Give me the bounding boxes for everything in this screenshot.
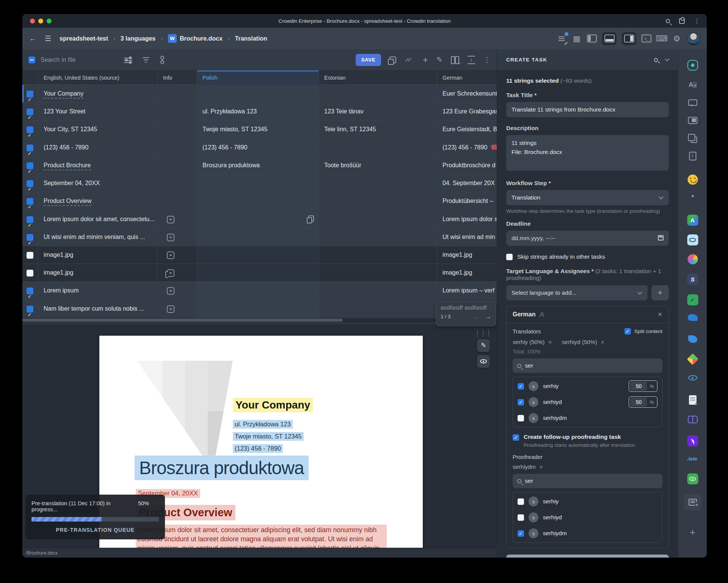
cell-source[interactable]: Lorem ipsum dolor sit amet, consectetu..… xyxy=(38,211,158,228)
cell-estonian[interactable] xyxy=(319,264,437,282)
row-checkbox[interactable] xyxy=(27,288,33,294)
add-string-icon[interactable]: + xyxy=(423,55,428,65)
cell-polish[interactable] xyxy=(197,228,319,246)
preview-company-name[interactable]: Your Company xyxy=(233,398,313,412)
table-row[interactable]: (123) 456 - 7890 (123) 456 - 7890 (123) … xyxy=(22,139,497,157)
preview-app-icon[interactable] xyxy=(687,234,698,245)
preview-visibility-icon[interactable] xyxy=(477,355,490,368)
context-images-stack-icon[interactable]: ★ xyxy=(167,269,174,277)
cell-source[interactable]: Ut wisi enim ad minim veniam, quis ... xyxy=(38,228,158,246)
share-input[interactable] xyxy=(630,398,647,407)
followup-checkbox[interactable] xyxy=(513,434,519,441)
table-row[interactable]: 123 Your Street ul. Przykładowa 123 123 … xyxy=(22,103,497,121)
table-row[interactable]: Lorem ipsum ★ Lorem ipsum – verf xyxy=(22,282,497,300)
row-checkbox[interactable] xyxy=(27,108,33,115)
grid-view-icon[interactable]: ▦ xyxy=(572,35,582,43)
keyboard-shortcuts-icon[interactable]: ⌨ xyxy=(657,35,667,43)
cell-source[interactable]: September 04, 20XX xyxy=(38,174,158,192)
cell-source[interactable]: Product Brochure xyxy=(38,157,158,174)
add-column-icon[interactable]: + xyxy=(451,56,459,64)
proofreader-search-input[interactable] xyxy=(525,478,658,484)
document-add-app-icon[interactable] xyxy=(689,395,697,405)
table-row[interactable]: Product Brochure Broszura produktowa Too… xyxy=(22,157,497,174)
cell-german[interactable]: Produktbroschüre d xyxy=(437,157,497,174)
cell-polish[interactable] xyxy=(197,282,319,300)
pin-panel-icon[interactable] xyxy=(653,57,659,62)
context-image-icon[interactable]: ★ xyxy=(167,251,174,259)
table-row[interactable]: Lorem ipsum dolor sit amet, consectetu..… xyxy=(22,211,497,228)
breadcrumb-project[interactable]: spreadsheet-test xyxy=(60,35,108,42)
cell-polish[interactable] xyxy=(197,264,319,282)
remove-chip-icon[interactable]: ✕ xyxy=(601,339,605,345)
split-content-checkbox[interactable] xyxy=(624,328,631,335)
cell-estonian[interactable] xyxy=(319,174,437,192)
breadcrumb-file[interactable]: Brochure.docx xyxy=(180,35,223,42)
table-row[interactable]: image1.jpg ★ image1.jpg xyxy=(22,246,497,264)
row-checkbox[interactable] xyxy=(27,270,33,277)
file-info-icon[interactable]: i xyxy=(689,152,696,160)
sort-order-icon[interactable] xyxy=(160,56,163,64)
zoom-window-button[interactable] xyxy=(47,19,52,24)
table-row[interactable]: Product Overview Produktübersicht – xyxy=(22,192,497,210)
create-task-button[interactable]: Create Task xyxy=(506,555,669,558)
iate-app-icon[interactable]: ⁄iate xyxy=(688,456,697,462)
translator-option[interactable]: s serhiydm xyxy=(518,410,657,426)
cell-estonian[interactable] xyxy=(319,282,437,300)
cell-estonian[interactable]: 123 Teie tänav xyxy=(319,103,437,121)
option-checkbox[interactable] xyxy=(518,514,524,521)
proofreader-option[interactable]: s serhiyd xyxy=(518,509,657,525)
cell-german[interactable]: image1.jpg xyxy=(437,246,497,264)
cell-source[interactable]: image1.jpg xyxy=(38,246,158,264)
column-header-german[interactable]: German xyxy=(437,71,497,85)
row-checkbox[interactable] xyxy=(27,126,33,133)
description-textarea[interactable]: 11 strings File: Brochure.docx xyxy=(506,135,669,171)
option-checkbox[interactable] xyxy=(518,530,524,537)
s-badge-app-icon[interactable]: S xyxy=(687,274,698,285)
collapse-panel-icon[interactable] xyxy=(665,57,670,61)
cell-polish[interactable]: ul. Przykładowa 123 xyxy=(197,103,319,121)
row-checkbox[interactable] xyxy=(27,234,33,241)
browser-search-icon[interactable] xyxy=(666,19,670,23)
cell-german[interactable]: 04. September 20X xyxy=(437,174,497,192)
option-checkbox[interactable] xyxy=(518,399,524,405)
context-image-icon[interactable]: ★ xyxy=(167,287,174,295)
add-language-button[interactable]: + xyxy=(651,285,669,300)
cube-app-icon[interactable] xyxy=(689,355,697,363)
row-checkbox[interactable] xyxy=(27,216,33,223)
option-checkbox[interactable] xyxy=(518,498,524,505)
cell-source[interactable]: Your Company xyxy=(38,85,158,103)
cell-estonian[interactable] xyxy=(319,139,437,157)
column-header-info[interactable]: Info xyxy=(158,71,197,85)
cell-german[interactable]: image1.jpg xyxy=(437,264,497,282)
preview-edit-icon[interactable]: ✎ xyxy=(477,339,490,352)
cell-german[interactable]: Lorem ipsum – verf xyxy=(437,282,497,300)
article-icon[interactable] xyxy=(688,117,697,124)
eye-outline-app-icon[interactable] xyxy=(688,375,697,380)
row-checkbox[interactable] xyxy=(27,252,33,259)
proofreader-option[interactable]: s serhiydm xyxy=(518,525,657,541)
duplicates-icon[interactable] xyxy=(688,134,697,143)
cell-estonian[interactable]: Teie linn, ST 12345 xyxy=(319,121,437,138)
cell-source[interactable]: Your City, ST 12345 xyxy=(38,121,158,138)
preview-body-text[interactable]: Lorem ipsum dolor sit amet, consectetuer… xyxy=(136,525,387,548)
skip-strings-checkbox[interactable] xyxy=(506,254,513,260)
row-checkbox[interactable] xyxy=(27,306,33,313)
row-checkbox[interactable] xyxy=(27,145,33,151)
cell-estonian[interactable] xyxy=(319,246,437,264)
cell-estonian[interactable] xyxy=(319,211,437,228)
preview-document-title[interactable]: Broszura produktowa xyxy=(135,456,309,480)
cell-source[interactable]: 123 Your Street xyxy=(38,103,158,121)
pretranslation-queue-button[interactable]: PRE-TRANSLATION QUEUE xyxy=(31,527,159,533)
edit-icon[interactable]: ✎ xyxy=(436,55,442,64)
preview-address-line[interactable]: Twoje miasto, ST 12345 xyxy=(233,432,304,441)
next-plural-icon[interactable]: → xyxy=(485,313,491,320)
layout-bottom-panel-icon[interactable] xyxy=(602,32,617,45)
context-image-icon[interactable]: ★ xyxy=(167,216,174,223)
column-header-source[interactable]: English, United States (source) xyxy=(38,71,158,85)
preview-phone-line[interactable]: (123) 456 - 7890 xyxy=(233,444,283,453)
context-image-icon[interactable]: ★ xyxy=(167,305,174,313)
check-app-icon[interactable]: ✓ xyxy=(687,294,698,305)
cell-source[interactable]: (123) 456 - 7890 xyxy=(38,139,158,157)
translate-app-icon[interactable]: A xyxy=(687,215,698,226)
settings-gear-icon[interactable]: ⚙ xyxy=(672,35,682,43)
